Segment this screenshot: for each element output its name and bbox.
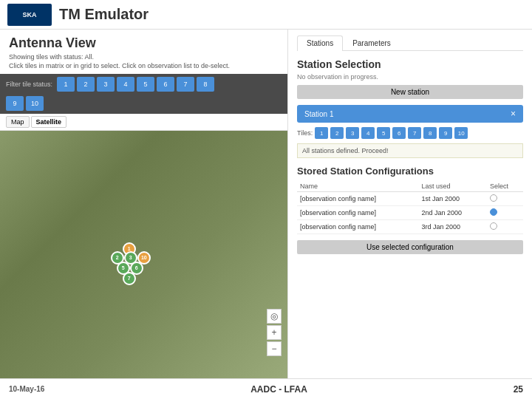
map-area: 1 2 3 10 5 6 7 ◎ + − ©2016 Google Imager… bbox=[0, 131, 287, 378]
tab-stations[interactable]: Stations bbox=[297, 35, 343, 51]
config-radio-2[interactable] bbox=[490, 222, 497, 230]
st-tile-1[interactable]: 1 bbox=[315, 127, 328, 139]
ska-logo: SKA bbox=[7, 4, 52, 26]
config-select-cell[interactable] bbox=[487, 220, 523, 234]
tile-btn-9[interactable]: 9 bbox=[6, 96, 24, 111]
logo-text: SKA bbox=[22, 11, 36, 18]
map-background: 1 2 3 10 5 6 7 ◎ + − bbox=[0, 131, 287, 378]
st-tile-8[interactable]: 8 bbox=[423, 127, 437, 139]
config-radio-1[interactable] bbox=[490, 208, 497, 216]
col-header-select: Select bbox=[487, 181, 523, 192]
status-line1: Showing tiles with status: All. bbox=[9, 53, 279, 61]
tile-btn-4[interactable]: 4 bbox=[117, 77, 134, 92]
stored-section-title: Stored Station Configurations bbox=[297, 166, 523, 177]
left-panel: Antenna View Showing tiles with status: … bbox=[0, 30, 288, 378]
tile-btn-1[interactable]: 1 bbox=[57, 77, 75, 92]
app-title: TM Emulator bbox=[59, 6, 149, 23]
tile-btn-10[interactable]: 10 bbox=[26, 96, 44, 111]
col-header-name: Name bbox=[297, 181, 418, 192]
tile-btn-3[interactable]: 3 bbox=[97, 77, 115, 92]
antenna-view-title: Antenna View bbox=[9, 35, 279, 51]
use-config-button[interactable]: Use selected configuration bbox=[297, 240, 523, 254]
right-panel: Stations Parameters Station Selection No… bbox=[288, 30, 532, 378]
station-box: Station 1 × bbox=[297, 105, 523, 123]
footer-page: 25 bbox=[514, 384, 523, 395]
new-station-button[interactable]: New station bbox=[297, 85, 523, 99]
config-name-cell: [observation config name] bbox=[297, 220, 418, 234]
zoom-out-button[interactable]: − bbox=[267, 341, 282, 356]
table-row: [observation config name]2nd Jan 2000 bbox=[297, 206, 523, 220]
zoom-in-button[interactable]: + bbox=[267, 325, 282, 340]
tile-btn-8[interactable]: 8 bbox=[197, 77, 214, 92]
footer-date: 10-May-16 bbox=[9, 385, 44, 393]
footer: 10-May-16 AADC - LFAA 25 bbox=[0, 378, 532, 399]
configs-table: Name Last used Select [observation confi… bbox=[297, 181, 523, 234]
st-tile-10[interactable]: 10 bbox=[454, 127, 468, 139]
tile-btn-2[interactable]: 2 bbox=[77, 77, 95, 92]
st-tile-7[interactable]: 7 bbox=[408, 127, 421, 139]
logo-area: SKA bbox=[7, 4, 52, 26]
station-name: Station 1 bbox=[304, 110, 333, 118]
filter-bar-row2: 9 10 bbox=[0, 95, 287, 114]
tab-bar: Stations Parameters bbox=[297, 35, 523, 51]
tiles-label: Tiles: bbox=[297, 129, 313, 137]
station-tiles-row: Tiles: 1 2 3 4 5 6 7 8 9 10 bbox=[297, 127, 523, 139]
left-panel-header: Antenna View Showing tiles with status: … bbox=[0, 30, 287, 74]
config-date-cell: 2nd Jan 2000 bbox=[418, 206, 487, 220]
filter-bar: Filter tile status: 1 2 3 4 5 6 7 8 bbox=[0, 74, 287, 95]
filter-bar-label: Filter tile status: bbox=[6, 81, 52, 88]
st-tile-3[interactable]: 3 bbox=[346, 127, 359, 139]
map-type-satellite[interactable]: Satellite bbox=[31, 116, 67, 128]
header: SKA TM Emulator bbox=[0, 0, 532, 30]
st-tile-9[interactable]: 9 bbox=[439, 127, 452, 139]
st-tile-4[interactable]: 4 bbox=[361, 127, 375, 139]
config-name-cell: [observation config name] bbox=[297, 206, 418, 220]
config-radio-0[interactable] bbox=[490, 194, 497, 202]
station-selection-title: Station Selection bbox=[297, 58, 523, 70]
tile-btn-7[interactable]: 7 bbox=[177, 77, 194, 92]
map-controls: ◎ + − bbox=[267, 309, 282, 356]
tile-grid-row1: 1 2 3 4 5 6 7 8 bbox=[57, 77, 214, 92]
main-content: Antenna View Showing tiles with status: … bbox=[0, 30, 532, 378]
table-row: [observation config name]3rd Jan 2000 bbox=[297, 220, 523, 234]
close-station-button[interactable]: × bbox=[511, 109, 516, 119]
zoom-icon: ◎ bbox=[267, 309, 282, 324]
config-select-cell[interactable] bbox=[487, 206, 523, 220]
antenna-cluster: 1 2 3 10 5 6 7 bbox=[109, 242, 154, 287]
tile-btn-5[interactable]: 5 bbox=[137, 77, 154, 92]
footer-center: AADC - LFAA bbox=[250, 384, 307, 395]
st-tile-5[interactable]: 5 bbox=[377, 127, 390, 139]
antenna-dot-7[interactable]: 7 bbox=[123, 272, 136, 285]
all-stations-message: All stations defined. Proceed! bbox=[297, 143, 523, 158]
st-tile-6[interactable]: 6 bbox=[392, 127, 406, 139]
config-select-cell[interactable] bbox=[487, 192, 523, 206]
config-date-cell: 1st Jan 2000 bbox=[418, 192, 487, 206]
map-type-map[interactable]: Map bbox=[6, 116, 30, 128]
tab-parameters[interactable]: Parameters bbox=[343, 35, 400, 50]
config-date-cell: 3rd Jan 2000 bbox=[418, 220, 487, 234]
table-row: [observation config name]1st Jan 2000 bbox=[297, 192, 523, 206]
tile-grid-row2: 9 10 bbox=[6, 96, 44, 111]
status-line2: Click tiles in matrix or in grid to sele… bbox=[9, 62, 279, 69]
st-tile-2[interactable]: 2 bbox=[330, 127, 344, 139]
map-type-bar: Map Satellite bbox=[0, 114, 287, 131]
tile-btn-6[interactable]: 6 bbox=[157, 77, 174, 92]
col-header-last-used: Last used bbox=[418, 181, 487, 192]
station-selection-sub: No observation in progress. bbox=[297, 73, 523, 81]
config-name-cell: [observation config name] bbox=[297, 192, 418, 206]
